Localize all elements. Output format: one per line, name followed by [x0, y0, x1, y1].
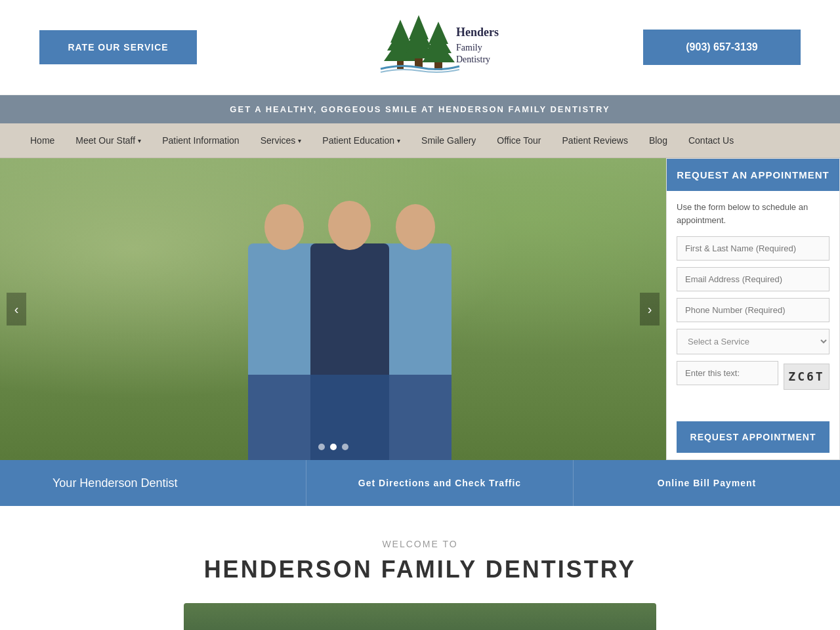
body-center	[310, 243, 389, 375]
email-input[interactable]	[677, 267, 830, 291]
slide-dot-1[interactable]	[318, 444, 325, 450]
nav-item-patient-info[interactable]: Patient Information	[152, 123, 250, 158]
request-appointment-button[interactable]: REQUEST APPOINTMENT	[677, 421, 830, 453]
nav-item-blog[interactable]: Blog	[639, 123, 678, 158]
nav-item-patient-reviews[interactable]: Patient Reviews	[552, 123, 639, 158]
nav-item-staff[interactable]: Meet Our Staff ▾	[65, 123, 152, 158]
appointment-form: Use the form below to schedule an appoin…	[667, 191, 839, 418]
slide-prev-button[interactable]: ‹	[7, 293, 26, 326]
dentist-section[interactable]: Your Henderson Dentist	[0, 460, 306, 506]
service-select[interactable]: Select a Service	[677, 329, 830, 354]
person-left	[248, 204, 320, 460]
rate-service-button[interactable]: RATE OUR SERVICE	[39, 30, 197, 64]
svg-text:Family: Family	[456, 43, 482, 52]
directions-section[interactable]: Get Directions and Check Traffic	[306, 460, 574, 506]
slide-dots	[318, 444, 348, 450]
legs-left	[248, 375, 320, 460]
captcha-text: ZC6T	[788, 369, 824, 383]
navigation: Home Meet Our Staff ▾ Patient Informatio…	[0, 123, 840, 158]
banner: GET A HEALTHY, GORGEOUS SMILE AT HENDERS…	[0, 95, 840, 123]
welcome-pre-title: WELCOME TO	[13, 539, 827, 549]
captcha-input[interactable]	[677, 361, 778, 385]
bottom-bar: Your Henderson Dentist Get Directions an…	[0, 460, 840, 506]
phone-input[interactable]	[677, 298, 830, 322]
main-content: ‹ › REQUEST AN APPOINTMENT Use the form …	[0, 158, 840, 460]
head-center	[328, 201, 371, 250]
person-center	[310, 201, 389, 460]
captcha-image: ZC6T	[784, 364, 830, 390]
appointment-title: REQUEST AN APPOINTMENT	[677, 169, 830, 180]
svg-text:Dentistry: Dentistry	[456, 54, 490, 64]
nav-item-patient-education[interactable]: Patient Education ▾	[312, 123, 411, 158]
logo-area: Henderson Family Dentistry	[341, 10, 499, 85]
captcha-row: ZC6T	[677, 361, 830, 392]
slideshow: ‹ ›	[0, 158, 666, 460]
name-input[interactable]	[677, 236, 830, 261]
bottom-decorative-image	[184, 603, 656, 630]
legs-right	[379, 375, 452, 460]
nav-item-services[interactable]: Services ▾	[250, 123, 312, 158]
banner-text: GET A HEALTHY, GORGEOUS SMILE AT HENDERS…	[230, 104, 610, 114]
logo-image[interactable]: Henderson Family Dentistry	[341, 10, 499, 82]
dentist-label: Your Henderson Dentist	[52, 476, 177, 490]
chevron-down-icon: ▾	[138, 137, 141, 144]
directions-label: Get Directions and Check Traffic	[358, 478, 521, 488]
slide-next-button[interactable]: ›	[640, 293, 660, 326]
slide-dot-3[interactable]	[342, 444, 348, 450]
phone-button[interactable]: (903) 657-3139	[643, 30, 801, 65]
header: RATE OUR SERVICE Henderson Family Dentis…	[0, 0, 840, 95]
body-right	[379, 243, 452, 375]
slide-dot-2[interactable]	[330, 444, 337, 450]
welcome-section: WELCOME TO HENDERSON FAMILY DENTISTRY	[0, 506, 840, 603]
payment-section[interactable]: Online Bill Payment	[574, 460, 840, 506]
nav-item-smile-gallery[interactable]: Smile Gallery	[411, 123, 486, 158]
nav-item-home[interactable]: Home	[20, 123, 65, 158]
svg-text:Henderson: Henderson	[456, 26, 499, 39]
head-left	[264, 204, 304, 250]
appointment-panel: REQUEST AN APPOINTMENT Use the form belo…	[666, 158, 840, 460]
payment-label: Online Bill Payment	[658, 478, 756, 488]
head-right	[396, 204, 435, 250]
nav-item-contact[interactable]: Contact Us	[678, 123, 744, 158]
practice-name-heading: HENDERSON FAMILY DENTISTRY	[13, 556, 827, 583]
nav-item-office-tour[interactable]: Office Tour	[486, 123, 551, 158]
chevron-down-icon: ▾	[397, 137, 400, 144]
appointment-header: REQUEST AN APPOINTMENT	[667, 159, 839, 191]
person-right	[379, 204, 452, 460]
appointment-description: Use the form below to schedule an appoin…	[677, 201, 830, 226]
team-photo	[33, 178, 666, 460]
body-left	[248, 243, 320, 375]
chevron-down-icon: ▾	[298, 137, 301, 144]
